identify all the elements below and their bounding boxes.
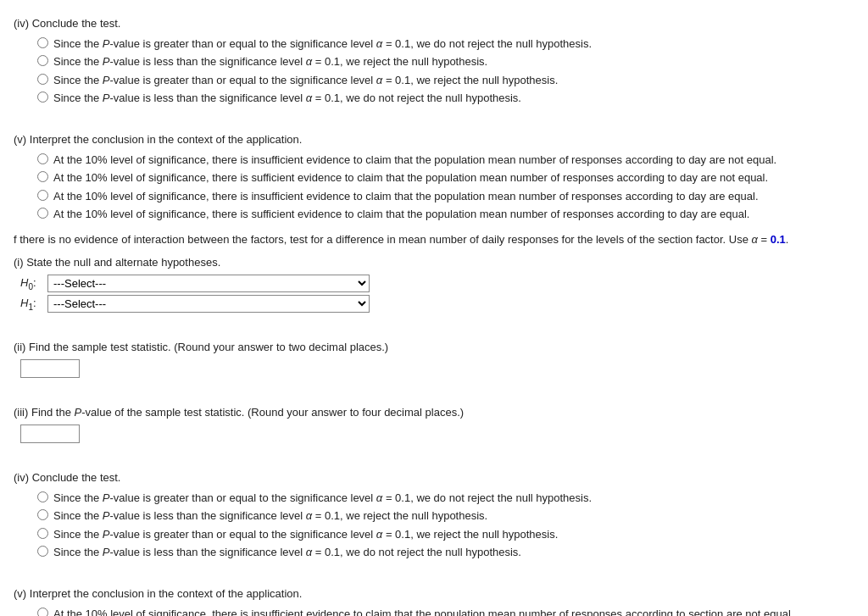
h1-row: H1: ---Select--- (20, 295, 854, 314)
part1-v-radio-4[interactable] (37, 208, 48, 219)
part1-iv-label-1: Since the P-value is greater than or equ… (53, 36, 592, 53)
part1-iv-section: (iv) Conclude the test. Since the P-valu… (14, 15, 854, 107)
part1-iv-radio-1[interactable] (37, 37, 48, 48)
part2-ii-input[interactable] (20, 359, 80, 378)
part1-v-label-4: At the 10% level of significance, there … (53, 206, 749, 223)
part2-v-title: (v) Interpret the conclusion in the cont… (14, 585, 854, 602)
part1-iv-option-2[interactable]: Since the P-value is less than the signi… (37, 53, 854, 70)
part2-iii-title: (iii) Find the P-value of the sample tes… (14, 404, 854, 421)
part1-iv-option-3[interactable]: Since the P-value is greater than or equ… (37, 72, 854, 89)
part2-iii-section: (iii) Find the P-value of the sample tes… (14, 404, 854, 443)
h0-select[interactable]: ---Select--- (47, 275, 370, 292)
part2-iv-label-2: Since the P-value is less than the signi… (53, 508, 487, 524)
part1-iv-title: (iv) Conclude the test. (14, 15, 854, 32)
part1-v-option-4[interactable]: At the 10% level of significance, there … (37, 206, 854, 223)
part1-iv-radio-3[interactable] (37, 74, 48, 85)
part2-i-title: (i) State the null and alternate hypothe… (14, 254, 854, 271)
h0-row: H0: ---Select--- (20, 275, 854, 293)
part2-i-section: (i) State the null and alternate hypothe… (14, 254, 854, 314)
part1-v-option-3[interactable]: At the 10% level of significance, there … (37, 188, 854, 205)
part2-iv-radio-1[interactable] (37, 491, 48, 502)
part1-v-label-1: At the 10% level of significance, there … (53, 152, 776, 169)
part1-iv-label-4: Since the P-value is less than the signi… (53, 90, 521, 107)
part1-v-radio-2[interactable] (37, 171, 48, 182)
part1-v-label-2: At the 10% level of significance, there … (53, 169, 768, 186)
part2-iv-title: (iv) Conclude the test. (14, 469, 854, 486)
part1-v-radio-1[interactable] (37, 153, 48, 164)
h1-select[interactable]: ---Select--- (47, 295, 370, 313)
part1-v-section: (v) Interpret the conclusion in the cont… (14, 131, 854, 223)
part2-iii-input[interactable] (20, 425, 80, 443)
part2-iv-radio-2[interactable] (37, 509, 48, 520)
part2-v-option-1[interactable]: At the 10% level of significance, there … (37, 606, 854, 616)
part2-ii-title: (ii) Find the sample test statistic. (Ro… (14, 339, 854, 356)
part2-iv-option-2[interactable]: Since the P-value is less than the signi… (37, 508, 854, 524)
context-line: f there is no evidence of interaction be… (14, 231, 854, 248)
h1-label: H1: (20, 295, 44, 314)
part1-v-title: (v) Interpret the conclusion in the cont… (14, 131, 854, 148)
part1-v-option-2[interactable]: At the 10% level of significance, there … (37, 169, 854, 186)
part2-iv-label-3: Since the P-value is greater than or equ… (53, 526, 558, 543)
part2-v-label-1: At the 10% level of significance, there … (53, 606, 793, 616)
part2-v-radio-1[interactable] (37, 608, 48, 616)
part1-iv-label-2: Since the P-value is less than the signi… (53, 53, 487, 70)
part1-iv-option-4[interactable]: Since the P-value is less than the signi… (37, 90, 854, 107)
part1-v-option-1[interactable]: At the 10% level of significance, there … (37, 152, 854, 169)
part2-ii-section: (ii) Find the sample test statistic. (Ro… (14, 339, 854, 378)
part1-v-radio-3[interactable] (37, 190, 48, 201)
h0-label: H0: (20, 275, 44, 293)
part2-iv-label-4: Since the P-value is less than the signi… (53, 544, 521, 561)
part1-iv-radio-4[interactable] (37, 92, 48, 103)
part2-iv-radio-4[interactable] (37, 546, 48, 557)
part2-iv-option-1[interactable]: Since the P-value is greater than or equ… (37, 490, 854, 507)
part2-iv-label-1: Since the P-value is greater than or equ… (53, 490, 592, 507)
part1-iv-option-1[interactable]: Since the P-value is greater than or equ… (37, 36, 854, 53)
part2-iv-radio-3[interactable] (37, 528, 48, 539)
part2-iv-section: (iv) Conclude the test. Since the P-valu… (14, 469, 854, 561)
part2-iv-option-3[interactable]: Since the P-value is greater than or equ… (37, 526, 854, 543)
part1-iv-label-3: Since the P-value is greater than or equ… (53, 72, 558, 89)
part2-v-section: (v) Interpret the conclusion in the cont… (14, 585, 854, 616)
part1-iv-radio-2[interactable] (37, 55, 48, 66)
part2-iv-option-4[interactable]: Since the P-value is less than the signi… (37, 544, 854, 561)
part1-v-label-3: At the 10% level of significance, there … (53, 188, 759, 205)
